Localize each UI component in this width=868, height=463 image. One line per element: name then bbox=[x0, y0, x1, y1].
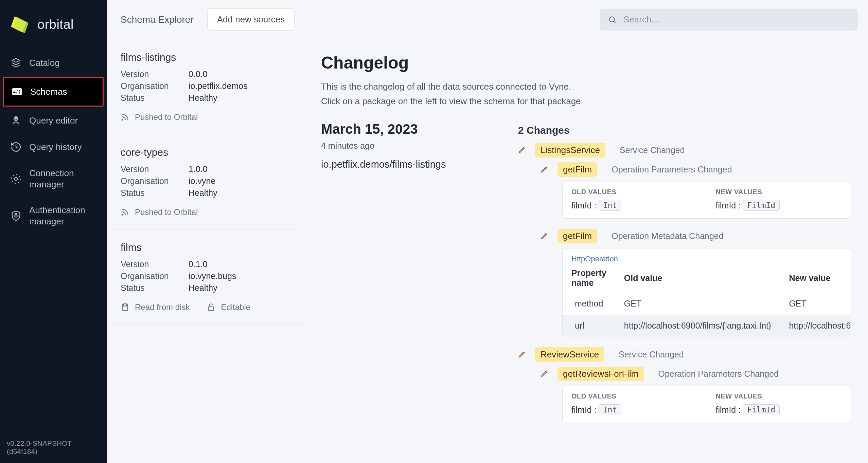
topbar: Schema Explorer Add new sources bbox=[107, 0, 868, 39]
svg-point-8 bbox=[609, 17, 614, 22]
brand: orbital bbox=[0, 6, 107, 50]
sidebar-nav: Catalog ≡/} Schemas ? Query editor Query… bbox=[0, 50, 107, 434]
nav-label: Authentication manager bbox=[29, 205, 97, 227]
schemas-icon: ≡/} bbox=[11, 86, 23, 97]
nav-label: Catalog bbox=[29, 58, 60, 68]
package-list[interactable]: films-listings Version0.0.0 Organisation… bbox=[107, 39, 304, 463]
pencil-icon bbox=[518, 146, 528, 155]
changelog-title: Changelog bbox=[321, 53, 851, 73]
pencil-icon bbox=[541, 369, 550, 379]
package-name: films-listings bbox=[121, 52, 289, 63]
table-row: url http://localhost:6900/films/{lang.ta… bbox=[563, 315, 851, 337]
page-title: Schema Explorer bbox=[121, 14, 194, 25]
disk-icon bbox=[121, 303, 129, 312]
change-item: ListingsService Service Changed bbox=[518, 143, 851, 158]
package-card[interactable]: films-listings Version0.0.0 Organisation… bbox=[107, 39, 302, 134]
operation-tag: getFilm bbox=[557, 229, 597, 243]
brand-logo-icon bbox=[8, 13, 31, 36]
op-metadata-box: HttpOperation Property name Old value Ne… bbox=[562, 248, 851, 337]
diff-box: OLD VALUES filmId : Int NEW VALUES filmI… bbox=[562, 386, 851, 423]
changelog-panel: Changelog This is the changelog of all t… bbox=[304, 39, 868, 463]
change-desc: Operation Metadata Changed bbox=[612, 231, 723, 241]
package-card[interactable]: core-types Version1.0.0 Organisationio.v… bbox=[107, 134, 302, 229]
package-card[interactable]: films Version0.1.0 Organisationio.vyne.b… bbox=[107, 229, 302, 325]
change-item: ReviewService Service Changed bbox=[518, 347, 851, 362]
main: Schema Explorer Add new sources films-li… bbox=[107, 0, 868, 463]
history-icon bbox=[10, 141, 22, 153]
rss-icon bbox=[121, 113, 129, 122]
operation-tag: getFilm bbox=[557, 162, 597, 177]
sidebar-item-query-history[interactable]: Query history bbox=[0, 134, 107, 160]
package-source: Pushed to Orbital bbox=[121, 207, 198, 217]
op-table: Property name Old value New value method… bbox=[563, 265, 851, 337]
search-input[interactable] bbox=[623, 14, 850, 25]
changelog-lead: Click on a package on the left to view t… bbox=[321, 96, 851, 107]
change-desc: Service Changed bbox=[620, 145, 685, 155]
change-desc: Operation Parameters Changed bbox=[658, 369, 779, 379]
sidebar-item-catalog[interactable]: Catalog bbox=[0, 50, 107, 76]
query-editor-icon: ? bbox=[10, 115, 22, 126]
changelog-lead: This is the changelog of all the data so… bbox=[321, 81, 851, 92]
nav-label: Schemas bbox=[30, 87, 67, 97]
change-desc: Service Changed bbox=[619, 350, 684, 359]
sidebar: orbital Catalog ≡/} Schemas ? Query edit… bbox=[0, 0, 107, 463]
sidebar-item-auth-manager[interactable]: Authentication manager bbox=[0, 197, 107, 234]
rss-icon bbox=[121, 208, 129, 217]
change-item: getFilm Operation Metadata Changed bbox=[541, 229, 851, 243]
sidebar-item-connection-manager[interactable]: Connection manager bbox=[0, 160, 107, 197]
svg-point-5 bbox=[15, 177, 18, 180]
svg-rect-13 bbox=[209, 307, 214, 311]
package-editable: Editable bbox=[207, 302, 250, 312]
op-title: HttpOperation bbox=[563, 248, 851, 265]
sidebar-item-schemas[interactable]: ≡/} Schemas bbox=[3, 77, 104, 107]
changelog-package-path: io.petflix.demos/films-listings bbox=[321, 159, 518, 170]
search-box[interactable] bbox=[600, 9, 858, 31]
changelog-date: March 15, 2023 bbox=[321, 122, 518, 137]
svg-point-9 bbox=[122, 119, 123, 120]
svg-rect-12 bbox=[124, 304, 127, 306]
package-name: films bbox=[121, 242, 289, 253]
changelog-ago: 4 minutes ago bbox=[321, 141, 518, 151]
svg-point-10 bbox=[122, 214, 123, 215]
pencil-icon bbox=[541, 165, 550, 174]
changes-count: 2 Changes bbox=[518, 125, 570, 136]
brand-name: orbital bbox=[37, 17, 74, 32]
connection-icon bbox=[10, 173, 22, 185]
svg-point-6 bbox=[12, 174, 20, 183]
change-list: ListingsService Service Changed getFilm … bbox=[518, 141, 851, 433]
pencil-icon bbox=[518, 350, 528, 359]
package-source: Read from disk bbox=[121, 302, 190, 312]
search-icon bbox=[608, 15, 617, 24]
sidebar-item-query-editor[interactable]: ? Query editor bbox=[0, 107, 107, 134]
package-source: Pushed to Orbital bbox=[121, 112, 198, 122]
svg-text:≡/}: ≡/} bbox=[13, 89, 21, 94]
package-name: core-types bbox=[121, 147, 289, 158]
nav-label: Connection manager bbox=[29, 168, 90, 190]
add-new-sources-button[interactable]: Add new sources bbox=[207, 8, 295, 31]
unlock-icon bbox=[207, 303, 215, 312]
change-item: getReviewsForFilm Operation Parameters C… bbox=[541, 367, 851, 381]
service-tag: ListingsService bbox=[535, 143, 605, 158]
shield-lock-icon bbox=[10, 210, 22, 222]
svg-text:?: ? bbox=[15, 116, 17, 120]
nav-label: Query editor bbox=[29, 115, 78, 126]
diff-box: OLD VALUES filmId : Int NEW VALUES filmI… bbox=[562, 182, 851, 219]
svg-rect-7 bbox=[15, 215, 17, 217]
pencil-icon bbox=[541, 231, 550, 241]
change-desc: Operation Parameters Changed bbox=[612, 165, 732, 174]
service-tag: ReviewService bbox=[535, 347, 604, 362]
sidebar-version: v0.22.0-SNAPSHOT (d64f184) bbox=[0, 434, 107, 458]
table-row: method GET GET bbox=[563, 293, 851, 315]
nav-label: Query history bbox=[29, 142, 82, 152]
operation-tag: getReviewsForFilm bbox=[557, 367, 644, 381]
catalog-icon bbox=[10, 57, 22, 69]
change-item: getFilm Operation Parameters Changed bbox=[541, 162, 851, 177]
